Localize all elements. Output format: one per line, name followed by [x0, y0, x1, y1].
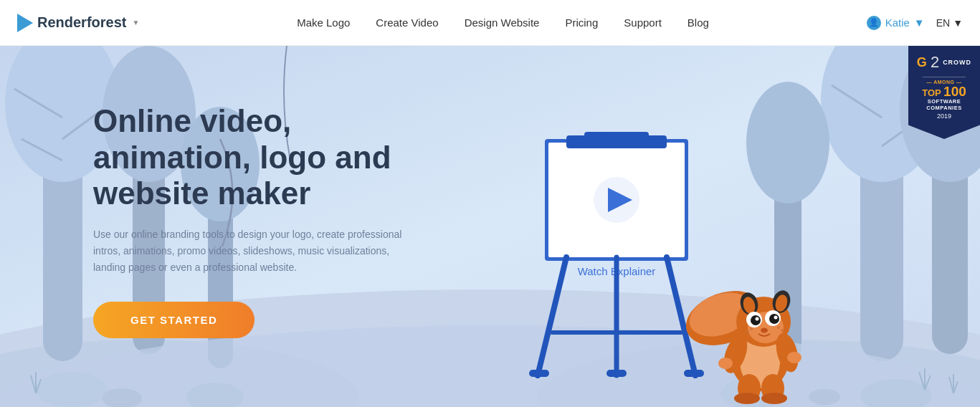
svg-point-65: [756, 317, 759, 321]
svg-point-63: [751, 315, 761, 325]
svg-point-70: [777, 326, 780, 329]
language-selector[interactable]: EN ▼: [936, 17, 963, 29]
header: Renderforest ▼ Make Logo Create Video De…: [0, 0, 980, 46]
svg-point-78: [734, 393, 760, 404]
hero-subtitle: Use our online branding tools to design …: [93, 226, 409, 276]
main-nav: Make Logo Create Video Design Website Pr…: [297, 16, 709, 29]
badge-top100: TOP 100: [922, 85, 966, 98]
svg-point-20: [746, 82, 829, 204]
user-dropdown-icon: ▼: [914, 16, 925, 29]
nav-support[interactable]: Support: [624, 16, 662, 29]
hero-title: Online video, animation, logo and websit…: [93, 103, 437, 212]
svg-point-64: [769, 314, 779, 324]
badge-divider: [923, 77, 966, 77]
svg-point-71: [781, 329, 784, 332]
badge-software: SOFTWARE COMPANIES: [914, 98, 974, 111]
user-name: Katie: [885, 16, 910, 29]
svg-rect-40: [584, 132, 649, 140]
badge-year: 2019: [937, 112, 951, 120]
svg-point-74: [718, 358, 733, 369]
nav-design-website[interactable]: Design Website: [465, 16, 540, 29]
badge-g2-row: G 2 CROWD: [917, 53, 971, 72]
svg-rect-50: [606, 370, 627, 377]
badge-g2-logo: G: [917, 55, 927, 70]
squirrel-illustration: [681, 232, 824, 407]
svg-point-69: [746, 330, 749, 333]
nav-create-video[interactable]: Create Video: [376, 16, 438, 29]
logo-text: Renderforest: [37, 14, 126, 31]
user-icon: 👤: [867, 16, 881, 30]
g2-crowd-badge[interactable]: G 2 CROWD — AMONG — TOP 100 SOFTWARE COM…: [908, 46, 980, 139]
svg-point-68: [750, 327, 753, 330]
cta-button[interactable]: GET STARTED: [93, 302, 254, 338]
logo-dropdown-icon: ▼: [132, 19, 139, 27]
user-menu[interactable]: 👤 Katie ▼: [867, 16, 925, 30]
svg-point-67: [761, 328, 768, 333]
logo[interactable]: Renderforest ▼: [17, 14, 139, 32]
nav-pricing[interactable]: Pricing: [565, 16, 598, 29]
hero-section: Watch Explainer: [0, 46, 980, 407]
nav-make-logo[interactable]: Make Logo: [297, 16, 350, 29]
nav-blog[interactable]: Blog: [688, 16, 709, 29]
svg-line-44: [538, 257, 566, 375]
logo-icon: [17, 14, 33, 32]
svg-point-66: [774, 316, 778, 320]
lang-dropdown-icon: ▼: [953, 17, 963, 29]
svg-point-75: [787, 352, 801, 363]
svg-point-79: [761, 393, 787, 404]
header-right: 👤 Katie ▼ EN ▼: [867, 16, 963, 30]
lang-label: EN: [936, 17, 950, 29]
svg-rect-48: [529, 370, 549, 377]
badge-crowd-text: CROWD: [943, 59, 971, 66]
hero-content: Online video, animation, logo and websit…: [93, 103, 437, 338]
